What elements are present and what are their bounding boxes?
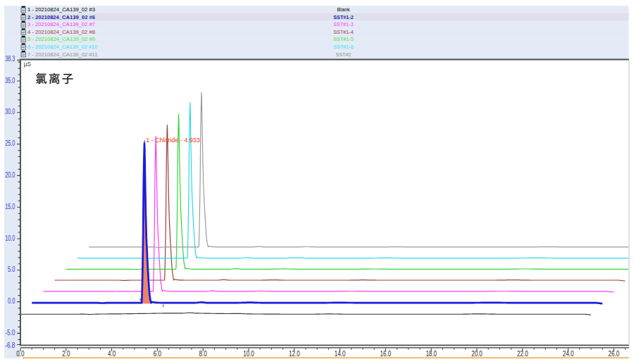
svg-text:38.3: 38.3: [5, 55, 15, 63]
svg-text:6.0: 6.0: [154, 349, 161, 358]
svg-text:5 - 20210824_CA139_02 #9: 5 - 20210824_CA139_02 #9: [27, 36, 95, 42]
svg-text:SST#1-6: SST#1-6: [333, 44, 353, 50]
svg-text:14.0: 14.0: [335, 349, 346, 358]
svg-text:-5.0: -5.0: [5, 329, 15, 337]
svg-text:25.0: 25.0: [5, 139, 15, 147]
svg-text:10.0: 10.0: [243, 349, 254, 358]
svg-text:20.0: 20.0: [5, 171, 15, 179]
svg-text:-6.8: -6.8: [5, 341, 15, 349]
svg-text:Blank: Blank: [337, 6, 350, 13]
svg-text:12.0: 12.0: [289, 349, 300, 358]
svg-text:SST#1-3: SST#1-3: [333, 21, 353, 27]
svg-text:35.0: 35.0: [5, 77, 15, 84]
svg-text:SST#1-2: SST#1-2: [333, 14, 353, 20]
svg-text:4.0: 4.0: [108, 349, 116, 358]
svg-text:2.0: 2.0: [62, 349, 70, 358]
svg-text:0.0: 0.0: [8, 297, 15, 305]
svg-text:16.0: 16.0: [380, 349, 392, 358]
svg-text:8.0: 8.0: [199, 349, 207, 358]
svg-text:7 - 20210824_CA139_02 #11: 7 - 20210824_CA139_02 #11: [27, 51, 98, 58]
svg-text:SST#1-5: SST#1-5: [333, 36, 353, 42]
svg-text:2 - 20210824_CA139_02 #6: 2 - 20210824_CA139_02 #6: [27, 14, 95, 20]
svg-text:1 - 20210824_CA139_02 #3: 1 - 20210824_CA139_02 #3: [27, 6, 95, 13]
svg-text:15.0: 15.0: [5, 203, 15, 211]
svg-text:5.0: 5.0: [8, 265, 15, 273]
svg-text:24.0: 24.0: [563, 349, 574, 358]
svg-text:18.0: 18.0: [425, 349, 437, 358]
svg-text:22.0: 22.0: [517, 349, 528, 358]
svg-text:30.0: 30.0: [5, 108, 15, 115]
svg-text:6 - 20210824_CA139_02 #10: 6 - 20210824_CA139_02 #10: [27, 44, 98, 50]
svg-text:4 - 20210824_CA139_02 #8: 4 - 20210824_CA139_02 #8: [27, 29, 95, 35]
svg-text:10.0: 10.0: [5, 234, 15, 242]
svg-text:0.0: 0.0: [16, 349, 24, 358]
svg-text:20.0: 20.0: [471, 349, 483, 358]
svg-text:SST#1-4: SST#1-4: [333, 29, 353, 35]
svg-text:SST#2: SST#2: [336, 51, 352, 58]
svg-text:26.0: 26.0: [609, 349, 620, 358]
svg-text:1 - Chloride - 4.933: 1 - Chloride - 4.933: [146, 137, 199, 144]
svg-text:3 - 20210824_CA139_02 #7: 3 - 20210824_CA139_02 #7: [27, 21, 95, 27]
svg-text:µS: µS: [24, 61, 32, 68]
